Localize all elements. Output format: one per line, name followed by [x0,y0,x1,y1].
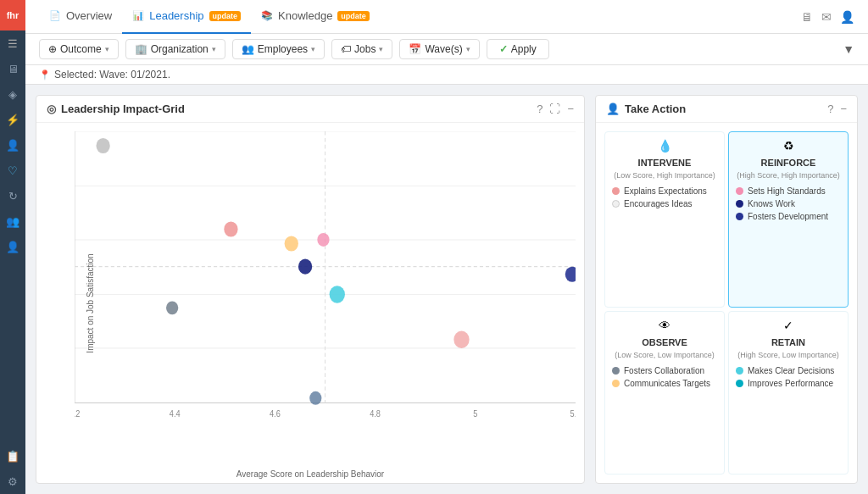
top-navigation: 📄 Overview 📊 Leadership update 📚 Knowled… [25,0,868,34]
user-avatar[interactable]: 👤 [840,10,854,24]
legend-targets: Communicates Targets [612,379,717,388]
legend-encourages: Encourages Ideas [612,199,717,208]
leadership-icon: 📊 [132,10,144,21]
content-area: ◎ Leadership Impact-Grid ? ⛶ − Impact on… [25,85,868,494]
outcome-chevron: ▾ [105,45,109,53]
expand-icon[interactable]: ⛶ [549,103,560,115]
sidebar-item-settings[interactable]: ⚙ [0,469,25,494]
take-action-help-icon[interactable]: ? [827,103,833,115]
target-icon: ◎ [47,103,56,115]
svg-point-27 [298,259,312,275]
take-action-icon: 👤 [606,103,620,115]
chart-panel-header: ◎ Leadership Impact-Grid ? ⛶ − [36,96,584,123]
svg-text:5.2: 5.2 [570,409,576,419]
sidebar: fhr ☰ 🖥 ◈ ⚡ 👤 ♡ ↻ 👥 👤 📋 ⚙ [0,0,25,494]
organization-filter[interactable]: 🏢 Organization ▾ [125,39,225,59]
waves-filter[interactable]: 📅 Wave(s) ▾ [399,39,479,59]
waves-chevron: ▾ [466,45,470,53]
legend-knows: Knows Work [736,199,841,208]
intervene-icon: 💧 [612,139,717,153]
employees-chevron: ▾ [311,45,315,53]
jobs-chevron: ▾ [379,45,383,53]
legend-decisions: Makes Clear Decisions [736,366,841,375]
sidebar-item-user[interactable]: 👤 [0,234,25,259]
sidebar-item-performance[interactable]: ⚡ [0,107,25,132]
tab-leadership-label: Leadership [149,9,203,22]
tab-overview[interactable]: 📄 Overview [39,0,122,34]
svg-point-31 [453,331,469,348]
sidebar-item-reports[interactable]: 📋 [0,443,25,469]
svg-point-25 [224,221,237,236]
outcome-filter[interactable]: ⊕ Outcome ▾ [39,39,119,59]
svg-text:4.8: 4.8 [370,409,381,419]
chart-panel-title: ◎ Leadership Impact-Grid [47,103,531,115]
quadrant-retain: ✓ RETAIN (High Score, Low Importance) Ma… [728,311,849,475]
take-action-actions: ? − [827,103,847,115]
legend-explains: Explains Expectations [612,186,717,196]
legend-fosters-dev: Fosters Development [736,212,841,221]
retain-icon: ✓ [736,319,841,332]
reinforce-sub: (High Score, High Importance) [736,171,841,180]
minimize-icon[interactable]: − [567,103,574,115]
quadrant-grid: 💧 INTERVENE (Low Score, High Importance)… [596,123,857,483]
sidebar-item-favorites[interactable]: ♡ [0,158,25,183]
sidebar-item-profile[interactable]: 👤 [0,132,25,158]
collaboration-dot [612,367,620,375]
y-axis-label: Impact on Job Satisfaction [86,253,95,352]
x-axis-label: Average Score on Leadership Behavior [236,469,384,479]
observe-icon: 👁 [612,319,717,332]
intervene-title: INTERVENE [612,158,717,168]
sidebar-item-users[interactable]: 👥 [0,208,25,234]
sidebar-item-refresh[interactable]: ↻ [0,183,25,208]
pin-icon: 📍 [39,69,51,80]
jobs-icon: 🏷 [341,43,351,55]
check-icon: ✓ [499,43,508,55]
fosters-dev-dot [736,213,743,220]
svg-text:4.2: 4.2 [75,409,80,419]
apply-button[interactable]: ✓ Apply [487,39,549,59]
knowledge-update-badge: update [337,11,370,21]
scatter-chart: 0 0.05 0.1 0.15 0.2 0.25 0.3 4.2 4.4 4.6… [75,131,576,458]
chart-panel-actions: ? ⛶ − [537,103,574,115]
observe-title: OBSERVE [612,337,717,347]
mail-icon[interactable]: ✉ [821,10,832,24]
decisions-dot [736,367,743,375]
legend-standards: Sets High Standards [736,186,841,196]
standards-dot [736,187,743,195]
intervene-sub: (Low Score, High Importance) [612,171,717,180]
quadrant-intervene: 💧 INTERVENE (Low Score, High Importance)… [604,131,725,308]
org-chevron: ▾ [212,45,216,53]
tab-knowledge[interactable]: 📚 Knowledge update [251,0,380,34]
org-icon: 🏢 [135,43,147,55]
svg-point-30 [330,286,345,303]
filter-right: ▼ [843,42,854,56]
quadrant-reinforce: ♻ REINFORCE (High Score, High Importance… [728,131,849,308]
retain-title: RETAIN [736,337,841,347]
take-action-minimize-icon[interactable]: − [840,103,847,115]
employees-filter[interactable]: 👥 Employees ▾ [232,39,325,59]
app-logo: fhr [0,0,25,31]
knows-dot [736,200,743,208]
leadership-update-badge: update [209,11,242,21]
take-action-header: 👤 Take Action ? − [596,96,857,123]
performance-dot [736,380,743,387]
svg-point-23 [96,138,109,153]
encourages-dot [612,200,620,208]
svg-point-24 [166,301,178,314]
sidebar-item-dashboard[interactable]: 🖥 [0,56,25,81]
selected-wave-bar: 📍 Selected: Wave: 01/2021. [25,65,868,85]
observe-sub: (Low Score, Low Importance) [612,351,717,359]
svg-point-26 [285,236,298,251]
chart-container: Impact on Job Satisfaction Average Score… [36,123,584,483]
jobs-filter[interactable]: 🏷 Jobs ▾ [331,39,392,59]
svg-text:4.4: 4.4 [170,409,181,419]
sidebar-item-analytics[interactable]: ◈ [0,81,25,107]
menu-button[interactable]: ☰ [0,31,25,56]
help-icon[interactable]: ? [537,103,542,115]
svg-point-28 [309,391,321,405]
reinforce-title: REINFORCE [736,158,841,168]
tab-leadership[interactable]: 📊 Leadership update [122,0,251,34]
filter-bar: ⊕ Outcome ▾ 🏢 Organization ▾ 👥 Employees… [25,34,868,65]
filter-funnel-icon[interactable]: ▼ [843,42,854,56]
monitor-icon[interactable]: 🖥 [801,10,813,24]
